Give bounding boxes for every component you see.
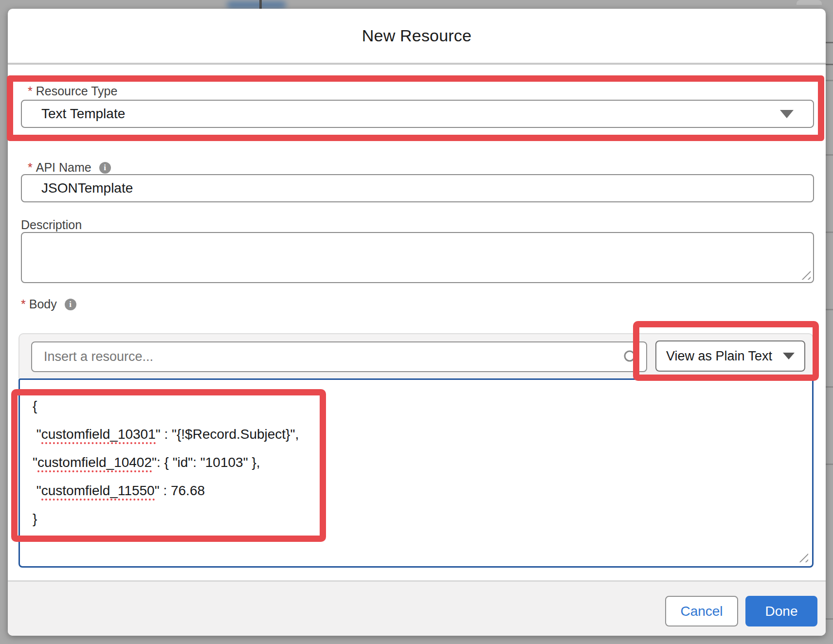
chevron-down-icon bbox=[783, 353, 795, 359]
done-button[interactable]: Done bbox=[745, 596, 817, 626]
body-json-line: { bbox=[33, 392, 299, 420]
required-asterisk: * bbox=[28, 161, 33, 175]
cancel-button[interactable]: Cancel bbox=[665, 596, 738, 626]
modal-title: New Resource bbox=[362, 26, 471, 45]
search-icon bbox=[623, 349, 639, 366]
body-json-line: } bbox=[33, 505, 299, 533]
misspelled-token: customfield_10402 bbox=[37, 455, 152, 472]
misspelled-token: customfield_11550 bbox=[41, 483, 155, 501]
required-asterisk: * bbox=[21, 297, 26, 311]
info-icon[interactable]: i bbox=[99, 162, 111, 174]
resource-type-label: * Resource Type bbox=[28, 84, 117, 98]
modal-footer: Cancel Done bbox=[8, 580, 826, 636]
background-connector-line bbox=[259, 0, 262, 9]
api-name-label: * API Name i bbox=[28, 161, 111, 175]
background-button bbox=[797, 0, 822, 5]
body-json-content: { "customfield_10301" : "{!$Record.Subje… bbox=[33, 392, 299, 533]
background-panel-line bbox=[826, 154, 833, 156]
background-panel-line bbox=[826, 232, 833, 233]
description-textarea[interactable] bbox=[22, 233, 813, 282]
chevron-down-icon bbox=[780, 110, 794, 118]
background-panel-line bbox=[826, 464, 833, 465]
background-panel-line bbox=[826, 80, 833, 81]
view-mode-label: View as Plain Text bbox=[666, 349, 772, 364]
body-json-line: "customfield_11550" : 76.68 bbox=[33, 477, 299, 505]
body-json-line: "customfield_10301" : "{!$Record.Subject… bbox=[33, 420, 299, 448]
resource-type-value: Text Template bbox=[41, 106, 125, 122]
body-label: * Body i bbox=[21, 297, 76, 311]
background-flow-node bbox=[227, 1, 286, 9]
resource-search-box bbox=[31, 341, 647, 372]
view-mode-dropdown[interactable]: View as Plain Text bbox=[655, 340, 805, 372]
description-field-box bbox=[21, 232, 814, 283]
resize-handle[interactable] bbox=[796, 550, 808, 562]
new-resource-modal: New Resource * Resource Type Text Templa… bbox=[8, 9, 826, 636]
modal-header: New Resource bbox=[8, 9, 826, 65]
api-name-input[interactable] bbox=[22, 175, 813, 201]
body-json-line: "customfield_10402": { "id": "10103" }, bbox=[33, 448, 299, 477]
info-icon[interactable]: i bbox=[65, 299, 76, 310]
required-asterisk: * bbox=[28, 84, 33, 98]
body-text-editor[interactable]: { "customfield_10301" : "{!$Record.Subje… bbox=[18, 378, 814, 568]
background-panel-line bbox=[826, 386, 833, 388]
background-panel-line bbox=[826, 309, 833, 310]
background-panel-line bbox=[826, 42, 833, 43]
misspelled-token: customfield_10301 bbox=[41, 427, 156, 444]
screen: New Resource * Resource Type Text Templa… bbox=[0, 0, 833, 644]
resource-type-select[interactable]: Text Template bbox=[21, 100, 814, 128]
api-name-field-box bbox=[21, 174, 814, 202]
background-panel-line bbox=[826, 64, 833, 65]
body-editor-toolbar: View as Plain Text bbox=[18, 333, 814, 378]
description-label: Description bbox=[21, 218, 82, 232]
background-panel-line bbox=[826, 618, 833, 620]
resource-search-input[interactable] bbox=[32, 342, 646, 371]
